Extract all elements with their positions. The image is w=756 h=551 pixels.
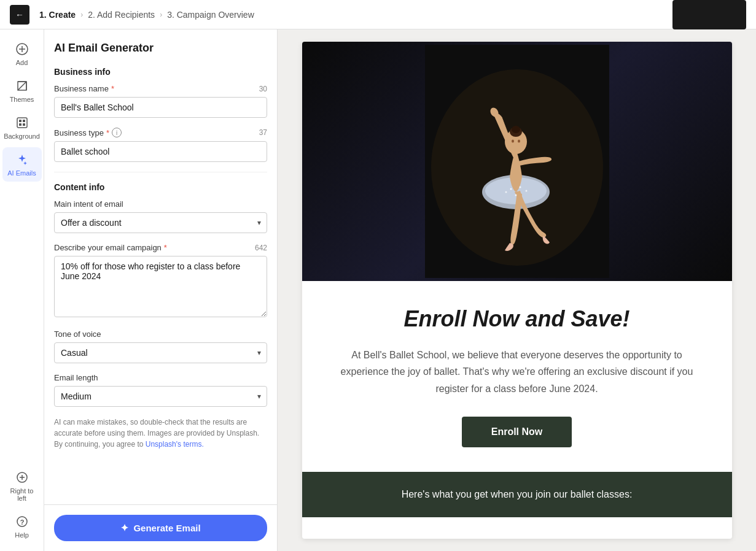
business-type-char-count: 37 xyxy=(259,128,267,137)
right-to-left-icon xyxy=(15,470,29,485)
chevron-icon-1: › xyxy=(80,10,83,19)
email-cta-button[interactable]: Enroll Now xyxy=(462,417,572,447)
sidebar-item-background[interactable]: Background xyxy=(2,110,42,145)
themes-icon xyxy=(15,79,29,93)
svg-rect-4 xyxy=(17,118,27,128)
campaign-desc-textarea[interactable]: 10% off for those who register to a clas… xyxy=(54,256,267,317)
background-icon xyxy=(15,115,29,130)
icon-sidebar: Add Themes Background xyxy=(0,29,44,551)
email-preview: Enroll Now and Save! At Bell's Ballet Sc… xyxy=(302,42,732,539)
sidebar-item-add[interactable]: Add xyxy=(2,37,42,71)
email-headline: Enroll Now and Save! xyxy=(339,306,695,332)
business-type-field-group: Business type * i 37 xyxy=(54,128,267,162)
business-name-field-group: Business name * 30 xyxy=(54,84,267,118)
section-divider xyxy=(54,172,267,172)
top-nav: ← 1. Create › 2. Add Recipients › 3. Cam… xyxy=(0,0,756,29)
email-cta-wrapper: Enroll Now xyxy=(339,417,695,447)
business-name-label: Business name * 30 xyxy=(54,84,267,93)
email-hero-image xyxy=(302,42,732,281)
tone-select-wrapper: Casual Formal Friendly Professional ▾ xyxy=(54,342,267,363)
sparkle-icon: ✦ xyxy=(120,522,128,534)
sidebar-item-add-label: Add xyxy=(16,59,28,66)
business-type-label: Business type * i 37 xyxy=(54,128,267,137)
unsplash-terms-link[interactable]: Unsplash's terms. xyxy=(146,440,204,449)
svg-point-21 xyxy=(512,126,520,133)
generate-btn-label: Generate Email xyxy=(133,523,200,533)
email-length-field-group: Email length Short Medium Long ▾ xyxy=(54,373,267,407)
business-name-input[interactable] xyxy=(54,97,267,118)
sidebar-item-themes-label: Themes xyxy=(10,96,34,103)
sidebar-item-help-label: Help xyxy=(15,531,29,539)
svg-point-26 xyxy=(515,195,516,196)
sidebar-item-help[interactable]: ? Help xyxy=(2,509,42,544)
main-layout: Add Themes Background xyxy=(0,29,756,551)
back-icon: ← xyxy=(15,10,24,20)
chevron-icon-2: › xyxy=(160,10,162,19)
ai-emails-icon xyxy=(15,152,29,167)
sidebar-item-ai-emails[interactable]: AI Emails xyxy=(2,147,42,182)
info-icon[interactable]: i xyxy=(112,128,122,137)
sidebar-item-background-label: Background xyxy=(4,133,40,140)
disclaimer-text: AI can make mistakes, so double-check th… xyxy=(54,417,267,450)
main-intent-label: Main intent of email xyxy=(54,199,267,209)
email-footer-text: Here's what you get when you join our ba… xyxy=(327,489,707,500)
business-type-input[interactable] xyxy=(54,141,267,162)
campaign-desc-char-count: 642 xyxy=(255,244,267,252)
svg-point-27 xyxy=(505,191,507,193)
content-section-heading: Content info xyxy=(54,182,267,192)
nav-steps: 1. Create › 2. Add Recipients › 3. Campa… xyxy=(39,10,254,20)
svg-point-28 xyxy=(525,190,527,192)
nav-step-overview[interactable]: 3. Campaign Overview xyxy=(167,10,254,20)
sidebar-item-right-to-left[interactable]: Right to left xyxy=(2,465,42,507)
sidebar-item-ai-emails-label: AI Emails xyxy=(7,169,36,177)
panel-title: AI Email Generator xyxy=(54,42,267,55)
top-right-button[interactable] xyxy=(672,0,746,29)
campaign-desc-label: Describe your email campaign * 642 xyxy=(54,243,267,252)
generate-email-button[interactable]: ✦ Generate Email xyxy=(54,515,267,541)
nav-step-create[interactable]: 1. Create xyxy=(39,10,76,20)
ballet-dancer-background xyxy=(302,42,732,281)
svg-point-22 xyxy=(512,140,514,143)
main-intent-select-wrapper: Offer a discount Promote an event Share … xyxy=(54,212,267,233)
main-intent-select[interactable]: Offer a discount Promote an event Share … xyxy=(54,212,267,233)
panel-sidebar: AI Email Generator Business info Busines… xyxy=(44,29,278,551)
svg-rect-5 xyxy=(19,120,21,122)
sidebar-item-right-to-left-label: Right to left xyxy=(6,487,38,502)
email-footer-banner: Here's what you get when you join our ba… xyxy=(302,472,732,517)
svg-point-25 xyxy=(519,187,521,188)
tone-label: Tone of voice xyxy=(54,329,267,339)
panel-footer: ✦ Generate Email xyxy=(44,504,277,551)
back-button[interactable]: ← xyxy=(10,5,29,25)
email-length-select-wrapper: Short Medium Long ▾ xyxy=(54,386,267,407)
svg-rect-6 xyxy=(23,120,25,122)
email-length-select[interactable]: Short Medium Long xyxy=(54,386,267,407)
email-body: Enroll Now and Save! At Bell's Ballet Sc… xyxy=(302,281,732,472)
campaign-desc-field-group: Describe your email campaign * 642 10% o… xyxy=(54,243,267,320)
dancer-svg xyxy=(425,45,609,278)
svg-point-23 xyxy=(518,140,520,143)
email-length-label: Email length xyxy=(54,373,267,382)
email-body-text: At Bell's Ballet School, we believe that… xyxy=(339,347,695,397)
required-star-desc: * xyxy=(164,243,167,252)
required-star-type: * xyxy=(106,128,109,137)
panel-content: AI Email Generator Business info Busines… xyxy=(44,29,277,504)
nav-step-recipients[interactable]: 2. Add Recipients xyxy=(88,10,155,20)
business-section-heading: Business info xyxy=(54,67,267,77)
business-name-char-count: 30 xyxy=(259,85,267,93)
tone-field-group: Tone of voice Casual Formal Friendly Pro… xyxy=(54,329,267,363)
tone-select[interactable]: Casual Formal Friendly Professional xyxy=(54,342,267,363)
svg-rect-7 xyxy=(19,123,21,126)
svg-rect-8 xyxy=(23,123,25,126)
add-icon xyxy=(15,42,29,56)
preview-area: Enroll Now and Save! At Bell's Ballet Sc… xyxy=(278,29,756,551)
main-intent-field-group: Main intent of email Offer a discount Pr… xyxy=(54,199,267,233)
help-icon: ? xyxy=(15,514,29,529)
sidebar-item-themes[interactable]: Themes xyxy=(2,74,42,108)
svg-point-24 xyxy=(510,188,512,190)
required-star-name: * xyxy=(111,84,114,93)
svg-text:?: ? xyxy=(20,518,24,526)
